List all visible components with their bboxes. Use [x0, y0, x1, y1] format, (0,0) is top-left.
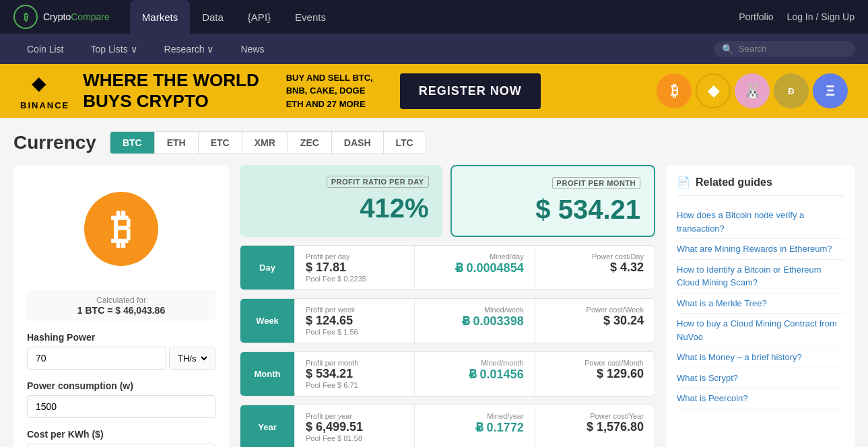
banner: ◆ BINANCE WHERE THE WORLDBUYS CRYPTO BUY… [0, 64, 868, 118]
profit-ratio-label: PROFIT RATIO PER DAY [327, 176, 429, 188]
period-month-row: Month Profit per month $ 534.21 Pool Fee… [240, 351, 655, 397]
year-profit: Profit per year $ 6,499.51 Pool Fee $ 81… [294, 405, 414, 447]
banner-subtext: BUY AND SELL BTC,BNB, CAKE, DOGEETH AND … [286, 71, 373, 111]
month-profit: Profit per month $ 534.21 Pool Fee $ 6.7… [294, 352, 414, 396]
currency-header: Currency BTC ETH ETC XMR ZEC DASH LTC [13, 131, 855, 154]
hashing-power-input[interactable] [27, 347, 166, 370]
tab-xmr[interactable]: XMR [242, 132, 288, 153]
tab-eth[interactable]: ETH [155, 132, 199, 153]
document-icon: 📄 [677, 176, 690, 188]
day-label: Day [240, 246, 294, 289]
guide-link-8[interactable]: What is Peercoin? [677, 388, 844, 409]
cost-input[interactable] [27, 444, 215, 447]
guide-link-4[interactable]: What is a Merkle Tree? [677, 294, 844, 314]
tab-zec[interactable]: ZEC [288, 132, 332, 153]
guide-link-2[interactable]: What are Mining Rewards in Ethereum? [677, 239, 844, 260]
eth-coin-icon: Ξ [813, 73, 848, 108]
period-week-row: Week Profit per week $ 124.65 Pool Fee $… [240, 298, 655, 343]
banner-headline: WHERE THE WORLDBUYS CRYPTO [83, 70, 259, 112]
power-input[interactable] [27, 395, 215, 418]
sec-nav-news[interactable]: News [227, 34, 277, 64]
calculator-area: ₿ Calculated for 1 BTC = $ 46,043.86 Has… [13, 165, 855, 447]
guide-link-3[interactable]: How to Identify a Bitcoin or Ethereum Cl… [677, 260, 844, 294]
bnb-coin-icon: ◆ [696, 73, 731, 108]
btc-logo: ₿ [84, 192, 158, 266]
logo-icon: ₿ [13, 5, 38, 29]
cost-kwh-group: Cost per KWh ($) [27, 429, 215, 447]
guide-link-7[interactable]: What is Scrypt? [677, 368, 844, 389]
main-nav: Markets Data {API} Events [130, 0, 338, 34]
nav-markets[interactable]: Markets [130, 0, 190, 34]
hashing-power-row: TH/s GH/s MH/s [27, 347, 215, 370]
guide-link-6[interactable]: What is Money – a brief history? [677, 347, 844, 368]
month-mined: Mined/month Ƀ 0.01456 [414, 352, 534, 396]
secondary-navigation: Coin List Top Lists ∨ Research ∨ News 🔍 [0, 34, 868, 64]
calc-inputs: ₿ Calculated for 1 BTC = $ 46,043.86 Has… [13, 165, 229, 447]
tab-etc[interactable]: ETC [199, 132, 242, 153]
hashing-unit-select[interactable]: TH/s GH/s MH/s [175, 353, 209, 364]
btc-icon-area: ₿ [27, 178, 215, 279]
cost-label: Cost per KWh ($) [27, 429, 215, 440]
nav-api[interactable]: {API} [236, 0, 283, 34]
guide-link-5[interactable]: How to buy a Cloud Mining Contract from … [677, 314, 844, 347]
sec-nav-research[interactable]: Research ∨ [151, 34, 228, 64]
day-profit: Profit per day $ 17.81 Pool Fee $ 0.2235 [294, 246, 414, 289]
main-content: Currency BTC ETH ETC XMR ZEC DASH LTC ₿ … [0, 118, 868, 447]
binance-label: BINANCE [20, 100, 69, 110]
nav-right: Portfolio Log In / Sign Up [739, 11, 855, 22]
profit-month-card: PROFIT PER MONTH $ 534.21 [450, 165, 656, 237]
related-guides-title: Related guides [696, 176, 772, 188]
logo[interactable]: ₿ CryptoCompare [13, 5, 110, 29]
banner-coins: ₿ ◆ 🐰 Ð Ξ [657, 73, 848, 108]
week-label: Week [240, 299, 294, 343]
register-button[interactable]: REGISTER NOW [400, 73, 541, 109]
year-power: Power cost/Year $ 1,576.80 [535, 405, 655, 447]
sec-nav-toplists[interactable]: Top Lists ∨ [77, 34, 150, 64]
period-year-row: Year Profit per year $ 6,499.51 Pool Fee… [240, 405, 655, 447]
related-guides-header: 📄 Related guides [677, 176, 844, 196]
day-power: Power cost/Day $ 4.32 [535, 246, 655, 289]
search-input[interactable] [739, 44, 846, 54]
week-power: Power cost/Week $ 30.24 [535, 299, 655, 343]
calc-for-display: Calculated for 1 BTC = $ 46,043.86 [27, 290, 215, 321]
guide-link-1[interactable]: How does a Bitcoin node verify a transac… [677, 205, 844, 239]
binance-diamond-icon: ◆ [32, 72, 59, 99]
sec-nav-coinlist[interactable]: Coin List [13, 34, 77, 64]
hashing-unit-selector[interactable]: TH/s GH/s MH/s [169, 347, 215, 370]
tab-dash[interactable]: DASH [332, 132, 384, 153]
profit-month-value: $ 534.21 [465, 195, 641, 225]
profit-ratio-card: PROFIT RATIO PER DAY 412% [240, 165, 442, 237]
login-link[interactable]: Log In / Sign Up [787, 11, 855, 22]
power-label: Power consumption (w) [27, 380, 215, 391]
logo-text: CryptoCompare [43, 11, 110, 22]
week-profit: Profit per week $ 124.65 Pool Fee $ 1.56 [294, 299, 414, 343]
profit-month-label: PROFIT PER MONTH [552, 177, 640, 189]
month-label: Month [240, 352, 294, 396]
year-label: Year [240, 405, 294, 447]
currency-tabs: BTC ETH ETC XMR ZEC DASH LTC [110, 131, 426, 154]
related-guides-panel: 📄 Related guides How does a Bitcoin node… [666, 165, 855, 447]
year-mined: Mined/year Ƀ 0.1772 [414, 405, 534, 447]
portfolio-link[interactable]: Portfolio [739, 11, 773, 22]
doge-coin-icon: Ð [774, 73, 809, 108]
tab-btc[interactable]: BTC [110, 132, 155, 153]
profit-top-cards: PROFIT RATIO PER DAY 412% PROFIT PER MON… [240, 165, 655, 237]
hashing-power-label: Hashing Power [27, 332, 215, 343]
hashing-power-group: Hashing Power TH/s GH/s MH/s [27, 332, 215, 370]
page-title: Currency [13, 132, 96, 153]
tab-ltc[interactable]: LTC [384, 132, 426, 153]
month-power: Power cost/Month $ 129.60 [535, 352, 655, 396]
top-navigation: ₿ CryptoCompare Markets Data {API} Event… [0, 0, 868, 34]
btc-coin-icon: ₿ [657, 73, 692, 108]
week-mined: Mined/week Ƀ 0.003398 [414, 299, 534, 343]
period-day-row: Day Profit per day $ 17.81 Pool Fee $ 0.… [240, 245, 655, 290]
banner-logo: ◆ BINANCE [20, 72, 69, 110]
search-icon: 🔍 [722, 44, 733, 55]
search-box[interactable]: 🔍 [714, 41, 855, 57]
power-consumption-group: Power consumption (w) [27, 380, 215, 418]
nav-events[interactable]: Events [283, 0, 338, 34]
day-mined: Mined/day Ƀ 0.0004854 [414, 246, 534, 289]
nav-data[interactable]: Data [190, 0, 236, 34]
profit-area: PROFIT RATIO PER DAY 412% PROFIT PER MON… [240, 165, 655, 447]
bunny-coin-icon: 🐰 [735, 73, 770, 108]
